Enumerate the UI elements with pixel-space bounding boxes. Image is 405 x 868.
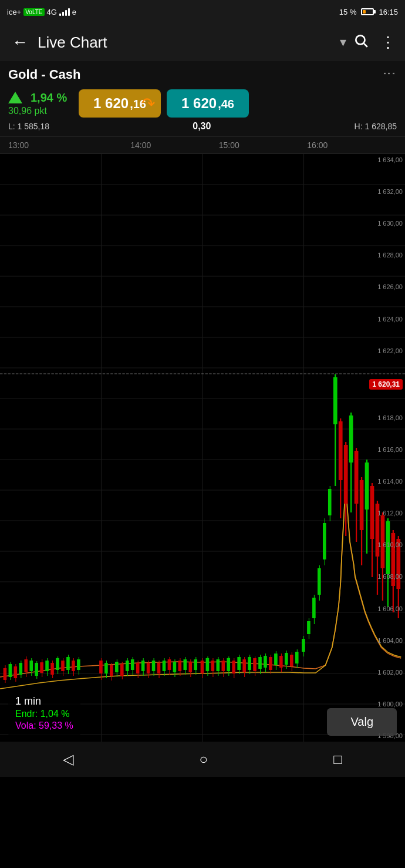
high-value: H: 1 628,85: [355, 122, 397, 131]
svg-rect-103: [227, 658, 230, 671]
spread-value: 0,30: [193, 121, 211, 132]
svg-rect-33: [24, 659, 28, 672]
svg-rect-141: [328, 489, 332, 515]
back-button[interactable]: ←: [9, 31, 31, 54]
clock: 16:15: [379, 8, 398, 16]
svg-rect-81: [168, 659, 171, 670]
svg-rect-71: [141, 661, 145, 671]
android-back-button[interactable]: ◁: [51, 746, 85, 772]
svg-rect-91: [194, 659, 197, 670]
nav-bar: ← Live Chart ▾ ⋮: [0, 24, 405, 61]
instrument-header: Gold - Cash ⋮: [0, 61, 405, 86]
svg-rect-45: [56, 658, 59, 670]
time-label-3: 16:00: [274, 140, 406, 150]
svg-rect-63: [120, 664, 124, 676]
svg-rect-117: [264, 656, 267, 668]
browser-icon: e: [72, 8, 76, 16]
svg-rect-129: [295, 652, 299, 663]
svg-rect-77: [157, 663, 161, 673]
svg-rect-93: [201, 661, 204, 673]
svg-rect-125: [285, 653, 288, 665]
buy-price-button[interactable]: 1 620,46 ↶: [167, 89, 249, 118]
battery-icon: [361, 8, 374, 15]
svg-rect-69: [136, 663, 140, 673]
time-label-0: 13:00: [8, 140, 97, 150]
svg-rect-127: [290, 655, 293, 666]
svg-rect-147: [344, 445, 348, 504]
svg-rect-145: [339, 421, 343, 480]
svg-rect-83: [173, 662, 177, 672]
change-info: 1,94 % 30,96 pkt: [8, 91, 73, 116]
svg-rect-151: [355, 451, 359, 504]
svg-rect-159: [376, 504, 380, 557]
svg-rect-163: [386, 521, 390, 574]
price-row: 1,94 % 30,96 pkt 1 620,16 ↷ 1 620,46 ↶: [0, 86, 405, 120]
svg-rect-121: [274, 653, 278, 665]
status-left: ice+ VoLTE 4G e: [7, 8, 76, 16]
change-percent: 1,94 %: [31, 91, 67, 105]
battery-pct: 15 %: [339, 8, 357, 16]
svg-rect-131: [302, 639, 305, 652]
carrier-label: ice+: [7, 8, 21, 16]
svg-rect-165: [391, 533, 395, 586]
svg-rect-167: [396, 539, 400, 589]
svg-rect-95: [206, 658, 210, 671]
svg-rect-67: [131, 659, 134, 670]
android-recent-button[interactable]: □: [322, 746, 354, 772]
sell-price-button[interactable]: 1 620,16 ↷: [79, 89, 161, 118]
svg-rect-25: [4, 668, 7, 680]
chart-bottom-overlay: 1 min Endr: 1,04 % Vola: 59,33 % Valg: [0, 685, 405, 742]
svg-rect-123: [279, 656, 283, 668]
svg-rect-65: [126, 661, 129, 671]
android-home-button[interactable]: ○: [187, 746, 220, 772]
svg-rect-29: [14, 666, 18, 678]
low-high-row: L: 1 585,18 0,30 H: 1 628,85: [0, 120, 405, 136]
svg-rect-137: [318, 568, 321, 595]
svg-rect-109: [242, 659, 246, 672]
page-title: Live Chart: [38, 33, 333, 52]
svg-rect-107: [237, 657, 241, 670]
svg-rect-155: [365, 463, 369, 510]
svg-rect-47: [61, 661, 65, 671]
svg-rect-99: [217, 659, 220, 671]
svg-rect-153: [360, 480, 364, 530]
svg-rect-149: [349, 415, 353, 463]
more-options-button[interactable]: ⋮: [380, 33, 396, 52]
chart-time-labels: 13:00 14:00 15:00 16:00: [0, 136, 405, 154]
chart-area[interactable]: 1 634,00 1 632,00 1 630,00 1 628,00 1 62…: [0, 154, 405, 742]
svg-rect-55: [99, 661, 103, 673]
svg-rect-35: [29, 661, 33, 671]
svg-rect-89: [188, 662, 192, 672]
instrument-name: Gold - Cash: [8, 67, 80, 82]
svg-rect-135: [312, 598, 316, 618]
svg-rect-111: [248, 657, 251, 670]
svg-rect-31: [19, 663, 22, 675]
status-right: 15 % 16:15: [339, 8, 398, 16]
instrument-menu-button[interactable]: ⋮: [382, 67, 397, 81]
svg-rect-73: [147, 663, 150, 673]
svg-rect-27: [9, 664, 12, 677]
valg-button[interactable]: Valg: [327, 708, 397, 736]
candlestick-chart: [0, 154, 405, 742]
search-button[interactable]: [353, 33, 369, 52]
svg-rect-161: [381, 515, 385, 568]
svg-rect-115: [258, 657, 262, 669]
vola-stat: Vola: 59,33 %: [15, 720, 73, 731]
svg-rect-113: [253, 658, 256, 671]
dropdown-button[interactable]: ▾: [340, 35, 346, 50]
svg-rect-51: [72, 661, 75, 671]
svg-rect-41: [45, 661, 49, 671]
chart-stats-box: 1 min Endr: 1,04 % Vola: 59,33 %: [8, 691, 80, 736]
svg-rect-157: [370, 486, 374, 539]
svg-rect-101: [221, 661, 225, 671]
svg-rect-37: [35, 663, 38, 676]
svg-rect-53: [77, 659, 80, 670]
svg-point-0: [356, 35, 365, 44]
sell-price-value: 1 620,16: [93, 95, 146, 112]
svg-rect-57: [104, 663, 108, 673]
low-value: L: 1 585,18: [8, 122, 49, 131]
svg-line-1: [364, 43, 367, 46]
svg-rect-39: [40, 662, 43, 673]
svg-rect-139: [323, 523, 326, 559]
svg-rect-133: [307, 621, 310, 634]
